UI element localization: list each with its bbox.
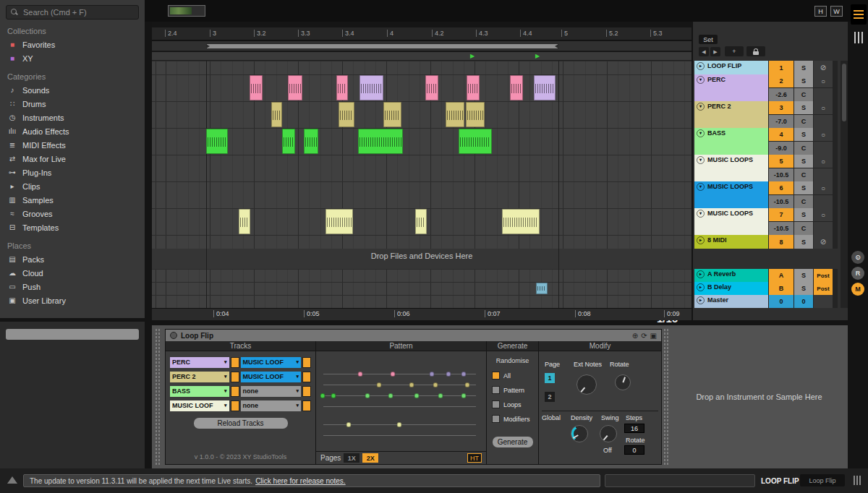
sidebar-item[interactable]: ▣ User Library [0,293,145,307]
ht-button[interactable]: HT [467,453,482,463]
device-titlebar-icon[interactable]: ⟳ [641,332,647,340]
option-checkbox[interactable] [492,386,500,394]
arm-button[interactable]: ○ [814,101,833,114]
sidebar-item[interactable]: ♪ Sounds [0,83,145,97]
pan-value[interactable]: C [794,195,813,208]
swing-knob[interactable] [600,425,617,442]
pattern-step-dot[interactable] [461,393,467,398]
fold-icon[interactable]: ▾ [697,76,705,84]
volume-value[interactable]: -7.0 [769,115,793,128]
audio-clip[interactable] [502,209,540,234]
audio-clip[interactable] [425,75,438,100]
return-track-header[interactable]: ▸ B Delay B S Post [694,282,838,295]
audio-clip[interactable] [459,129,492,154]
sidebar-item[interactable]: ⊶ Plug-Ins [0,166,145,179]
mixer-section-toggle[interactable]: ⊙ [851,251,864,264]
solo-button[interactable]: S [794,181,813,194]
loop-start-handle[interactable] [206,44,210,48]
audio-clip[interactable] [446,102,464,127]
source-track-dropdown[interactable]: BASS [170,386,229,397]
track-enable-box[interactable] [302,386,311,397]
source-track-dropdown[interactable]: PERC 2 [170,372,229,382]
scrub-area[interactable] [152,41,692,51]
option-checkbox[interactable] [492,415,500,423]
volume-value[interactable]: -10.5 [769,222,793,235]
audio-clip[interactable] [358,129,403,154]
pattern-step-dot[interactable] [409,382,414,387]
audio-clip[interactable] [534,75,556,100]
device-titlebar-icon[interactable]: ⊕ [632,332,638,340]
pattern-step-dot[interactable] [331,393,336,398]
page-1-button[interactable]: 1 [545,373,555,383]
fold-icon[interactable]: ▾ [697,129,705,137]
pattern-step-dot[interactable] [346,422,351,427]
source-track-dropdown[interactable]: MUSIC LOOF [170,400,229,411]
menu-icon[interactable] [851,4,867,25]
audio-clip[interactable] [510,75,523,100]
pan-value[interactable]: C [794,168,813,181]
master-track-header[interactable]: ▸ Master 0 0 [694,295,838,308]
track-enable-box[interactable] [302,372,311,382]
track-name-cell[interactable]: ▾ MUSIC LOOPS [694,208,768,235]
audio-clip[interactable] [288,75,302,100]
arm-button[interactable]: ⊘ [814,235,833,249]
pattern-grid[interactable] [316,351,486,451]
arrangement-overview-thumbnail[interactable] [168,5,205,17]
next-marker-button[interactable]: ▶ [710,47,720,56]
key-map-button[interactable]: H [814,6,827,17]
audio-clip[interactable] [536,283,548,294]
pattern-step-dot[interactable] [461,372,467,377]
track-header[interactable]: ▾ MUSIC LOOPS 7 S ○ -10.5 C [694,208,838,235]
device-titlebar-icon[interactable]: ▣ [650,332,657,340]
arm-button[interactable]: ○ [814,128,833,141]
sidebar-item[interactable]: ▥ Samples [0,193,145,207]
arm-button[interactable]: ○ [814,155,833,168]
solo-button[interactable]: S [794,128,813,141]
sidebar-item[interactable]: ◷ Instruments [0,111,145,124]
track-name-cell[interactable]: ▾ PERC [694,74,768,101]
track-number-badge[interactable]: 8 [769,235,793,249]
track-header[interactable]: ▾ PERC 2 3 S ○ -7.0 C [694,101,838,128]
return-track-header[interactable]: ▸ A Reverb A S Post [694,269,838,282]
volume-value[interactable]: -10.5 [769,168,793,181]
locator-marker[interactable]: ▶ [470,53,475,60]
solo-button[interactable]: S [794,235,813,249]
locator-strip[interactable]: ▶▶ [152,52,692,61]
track-enable-box[interactable] [231,372,239,382]
fold-icon[interactable]: ▾ [697,210,705,218]
pages-1x-button[interactable]: 1X [344,453,359,463]
generate-option[interactable]: Loops [487,400,538,408]
option-checkbox[interactable] [492,400,500,408]
track-header[interactable]: ▾ BASS 4 S ○ -9.0 C [694,128,838,155]
follow-button[interactable]: + [725,46,744,56]
fold-icon[interactable]: ▸ [697,236,705,244]
target-track-dropdown[interactable]: none [241,386,302,397]
source-track-dropdown[interactable]: PERC [170,357,229,368]
search-box[interactable] [6,5,139,20]
pattern-step-dot[interactable] [358,372,363,377]
track-enable-box[interactable] [302,357,311,368]
audio-clip[interactable] [383,102,401,127]
sidebar-item[interactable]: ⊟ Templates [0,220,145,234]
track-header[interactable]: ▸ LOOP FLIP 1 S ⊘ [694,61,838,74]
fold-icon[interactable]: ▸ [697,296,705,304]
release-notes-link[interactable]: Click here for release notes. [255,477,346,485]
expand-arrow-icon[interactable] [7,476,17,484]
fold-icon[interactable]: ▾ [697,183,705,191]
fold-icon[interactable]: ▾ [697,156,705,164]
track-name-cell[interactable]: ▸ A Reverb [694,269,768,282]
pattern-step-dot[interactable] [320,393,326,398]
track-name-cell[interactable]: ▾ MUSIC LOOPS [694,155,768,181]
solo-button[interactable]: S [794,282,813,295]
pattern-step-dot[interactable] [388,393,393,398]
sidebar-item[interactable]: ≣ MIDI Effects [0,138,145,152]
steps-value[interactable]: 16 [624,424,644,433]
track-header[interactable]: ▾ MUSIC LOOPS 6 S ○ -10.5 C [694,181,838,208]
arm-button[interactable]: ○ [814,181,833,194]
track-name-cell[interactable]: ▸ 8 MIDI [694,235,768,249]
solo-button[interactable]: S [794,269,813,282]
return-letter-badge[interactable]: B [769,282,793,295]
return-letter-badge[interactable]: A [769,269,793,282]
ext-notes-knob[interactable] [576,374,597,395]
audio-clip[interactable] [359,75,383,100]
